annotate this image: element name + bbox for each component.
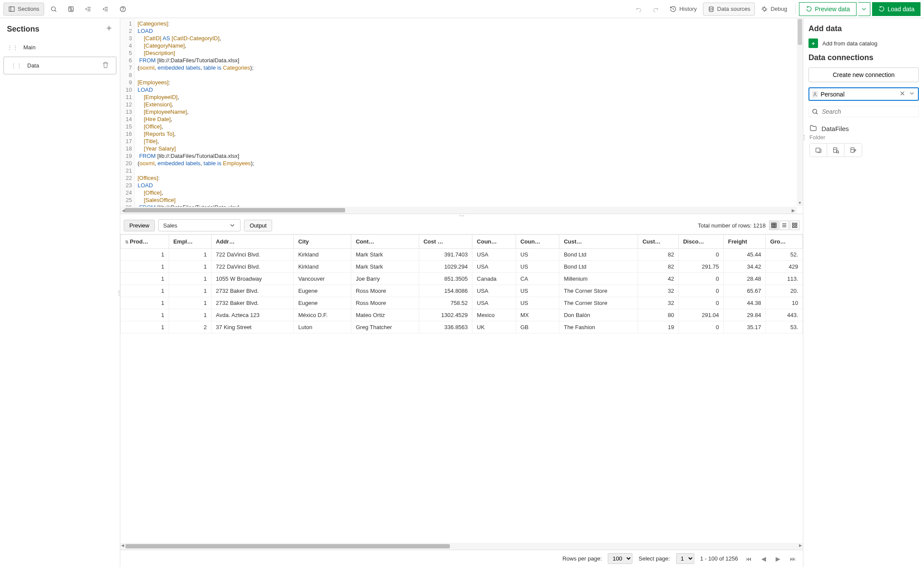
code-area[interactable]: [Categories]:LOAD [CatID] AS [CatID-Cate… [135,18,803,214]
editor-horizontal-scrollbar[interactable]: ◀ ▶ [120,207,797,214]
table-cell[interactable]: US [516,297,559,309]
pager-last-button[interactable]: ⏭ [788,554,798,563]
table-cell[interactable]: 20. [766,285,803,297]
table-cell[interactable]: 0 [679,249,724,261]
delete-section-button[interactable] [102,61,109,70]
code-line[interactable]: [Extension], [138,101,800,108]
table-cell[interactable]: 2732 Baker Blvd. [212,285,294,297]
script-editor[interactable]: 1234567891011121314151617181920212223242… [120,18,803,214]
connection-insert-button[interactable] [810,144,827,157]
table-cell[interactable]: 851.3505 [419,273,472,285]
code-line[interactable]: [CatID] AS [CatID-CategoryID], [138,35,800,42]
column-header[interactable]: Coun… [472,235,516,249]
column-header[interactable]: Coun… [516,235,559,249]
table-row[interactable]: 1237 King StreetLutonGreg Thatcher336.85… [121,321,803,333]
table-cell[interactable]: 82 [638,261,679,273]
table-cell[interactable]: 1 [169,309,211,321]
table-cell[interactable]: Ross Moore [351,297,419,309]
connection-edit-button[interactable] [844,144,862,157]
code-line[interactable]: LOAD [138,27,800,35]
table-cell[interactable]: Mexico [472,309,516,321]
code-line[interactable]: [Categories]: [138,20,800,27]
table-cell[interactable]: 34.42 [724,261,766,273]
pager-first-button[interactable]: ⏮ [744,554,754,563]
table-cell[interactable]: Vancouver [294,273,351,285]
table-row[interactable]: 11722 DaVinci Blvd.KirklandMark Stark391… [121,249,803,261]
column-header[interactable]: Cust… [559,235,638,249]
table-cell[interactable]: Canada [472,273,516,285]
table-cell[interactable]: 28.48 [724,273,766,285]
table-row[interactable]: 112732 Baker Blvd.EugeneRoss Moore758.52… [121,297,803,309]
code-line[interactable]: [Office], [138,123,800,130]
table-cell[interactable]: USA [472,285,516,297]
table-cell[interactable]: 45.44 [724,249,766,261]
table-cell[interactable]: Avda. Azteca 123 [212,309,294,321]
table-cell[interactable]: 65.67 [724,285,766,297]
table-cell[interactable]: 0 [679,285,724,297]
code-line[interactable]: FROM [lib://:DataFiles/TutorialData.xlsx… [138,152,800,160]
table-cell[interactable]: Mark Stark [351,261,419,273]
right-panel-collapse-handle[interactable] [803,131,805,144]
column-header[interactable]: Cust… [638,235,679,249]
column-header[interactable]: City [294,235,351,249]
table-cell[interactable]: 1029.294 [419,261,472,273]
sidebar-item-data[interactable]: ⋮⋮ Data [3,57,116,74]
rows-per-page-select[interactable]: 100 [608,553,632,564]
table-cell[interactable]: USA [472,297,516,309]
pager-prev-button[interactable]: ◀ [760,554,768,563]
code-line[interactable]: [CategoryName], [138,42,800,49]
table-cell[interactable]: MX [516,309,559,321]
preview-dropdown-button[interactable] [858,2,870,16]
connection-select-button[interactable] [827,144,844,157]
column-header[interactable]: ⇅Prod… [121,235,169,249]
add-from-catalog-button[interactable]: + Add from data catalog [808,38,919,48]
column-header[interactable]: Cont… [351,235,419,249]
search-button[interactable] [46,3,61,16]
table-cell[interactable]: Ross Moore [351,285,419,297]
table-row[interactable]: 11722 DaVinci Blvd.KirklandMark Stark102… [121,261,803,273]
sidebar-item-main[interactable]: ⋮⋮ Main [0,40,120,55]
code-line[interactable]: [Employees]: [138,79,800,86]
table-cell[interactable]: Bond Ltd [559,249,638,261]
table-cell[interactable]: 1 [169,261,211,273]
data-sources-button[interactable]: Data sources [703,3,755,16]
table-cell[interactable]: Don Balón [559,309,638,321]
select-page-select[interactable]: 1 [676,553,694,564]
clear-button[interactable] [899,90,906,98]
code-line[interactable]: (ooxml, embedded labels, table is Catego… [138,64,800,71]
table-cell[interactable]: 1 [169,285,211,297]
table-row[interactable]: 11Avda. Azteca 123México D.F.Mateo Ortiz… [121,309,803,321]
code-line[interactable]: FROM [lib://:DataFiles/TutorialData.xlsx… [138,57,800,64]
table-cell[interactable]: CA [516,273,559,285]
code-line[interactable]: [Office], [138,189,800,196]
column-header[interactable]: Empl… [169,235,211,249]
table-cell[interactable]: 32 [638,297,679,309]
outdent-button[interactable] [98,3,113,16]
table-cell[interactable]: Millenium [559,273,638,285]
table-cell[interactable]: The Corner Store [559,297,638,309]
table-cell[interactable]: Mateo Ortiz [351,309,419,321]
table-cell[interactable]: Kirkland [294,261,351,273]
table-cell[interactable]: 758.52 [419,297,472,309]
table-cell[interactable]: 154.8086 [419,285,472,297]
table-cell[interactable]: 1 [169,297,211,309]
table-cell[interactable]: 1302.4529 [419,309,472,321]
table-cell[interactable]: Eugene [294,285,351,297]
output-tab[interactable]: Output [244,220,272,231]
column-header[interactable]: Addr… [212,235,294,249]
search-input[interactable] [822,108,916,115]
table-cell[interactable]: 80 [638,309,679,321]
table-cell[interactable]: Bond Ltd [559,261,638,273]
table-cell[interactable]: Luton [294,321,351,333]
code-line[interactable]: [Description] [138,49,800,57]
table-cell[interactable]: 113. [766,273,803,285]
history-button[interactable]: History [665,3,701,16]
table-cell[interactable]: 2732 Baker Blvd. [212,297,294,309]
table-cell[interactable]: 44.38 [724,297,766,309]
table-cell[interactable]: US [516,249,559,261]
column-header[interactable]: Freight [724,235,766,249]
code-line[interactable]: [Reports To], [138,130,800,138]
table-cell[interactable]: 1 [121,321,169,333]
table-cell[interactable]: 10 [766,297,803,309]
table-cell[interactable]: 336.8563 [419,321,472,333]
